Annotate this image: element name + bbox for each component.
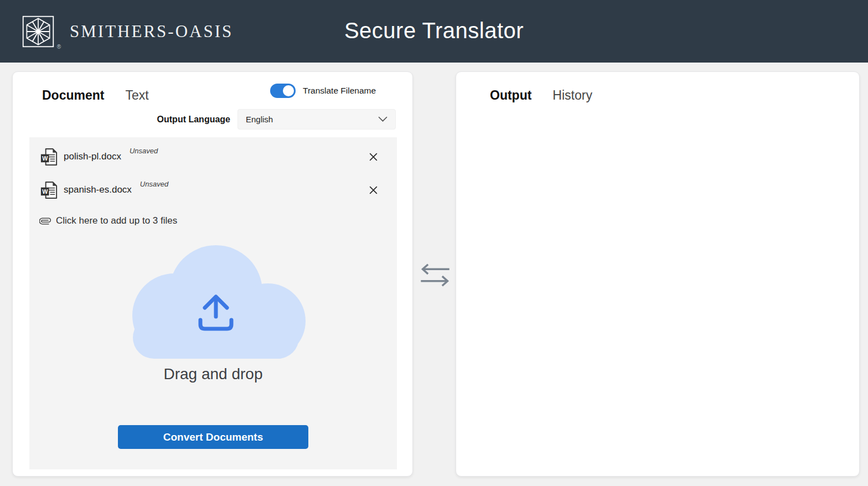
tab-text[interactable]: Text [125,86,148,104]
file-name: polish-pl.docx [64,151,121,162]
output-language-row: Output Language English [157,109,396,130]
page-title: Secure Translator [344,18,524,43]
output-language-label: Output Language [157,115,230,125]
input-tabs: Document Text [42,86,149,104]
translate-filename-toggle[interactable] [270,84,296,98]
svg-text:W: W [42,154,48,161]
translate-filename-control: Translate Filename [270,84,376,98]
add-files-label: Click here to add up to 3 files [56,215,177,226]
output-language-dropdown[interactable]: English [237,109,396,130]
input-panel: Document Text Translate Filename Output … [12,71,413,477]
file-status-badge: Unsaved [140,180,168,188]
output-panel: Output History [456,71,860,477]
word-file-icon: W [39,180,59,200]
brand-name: SMITHERS-OASIS [70,22,233,42]
toggle-knob-icon [283,85,294,96]
brand-logo-icon [21,14,55,49]
tab-history[interactable]: History [552,86,592,104]
remove-file-icon[interactable] [368,151,379,163]
file-row: W spanish-es.docx Unsaved [38,176,388,204]
convert-documents-button[interactable]: Convert Documents [118,425,308,449]
dropzone-label: Drag and drop [38,365,388,383]
file-row: W polish-pl.docx Unsaved [38,143,388,170]
upload-cloud-icon [117,239,309,359]
svg-text:W: W [42,188,48,194]
swap-arrows-icon [418,261,452,289]
tab-output[interactable]: Output [490,86,531,104]
file-drop-panel: W polish-pl.docx Unsaved W spanish-es.do… [29,137,397,469]
brand-logo: ® [21,14,55,49]
add-files-button[interactable]: Click here to add up to 3 files [38,213,388,229]
file-name: spanish-es.docx [64,184,132,195]
app-header: ® SMITHERS-OASIS Secure Translator [0,0,868,63]
dropzone[interactable]: Drag and drop [38,239,388,383]
tab-document[interactable]: Document [42,86,104,104]
brand: ® SMITHERS-OASIS [21,0,233,63]
chevron-down-icon [378,116,388,122]
remove-file-icon[interactable] [368,184,379,196]
file-status-badge: Unsaved [130,147,158,155]
paperclip-icon [39,215,51,227]
output-language-value: English [246,115,273,124]
output-tabs: Output History [490,86,592,104]
translate-filename-label: Translate Filename [303,86,376,96]
registered-mark: ® [57,44,61,50]
word-file-icon: W [39,147,59,167]
